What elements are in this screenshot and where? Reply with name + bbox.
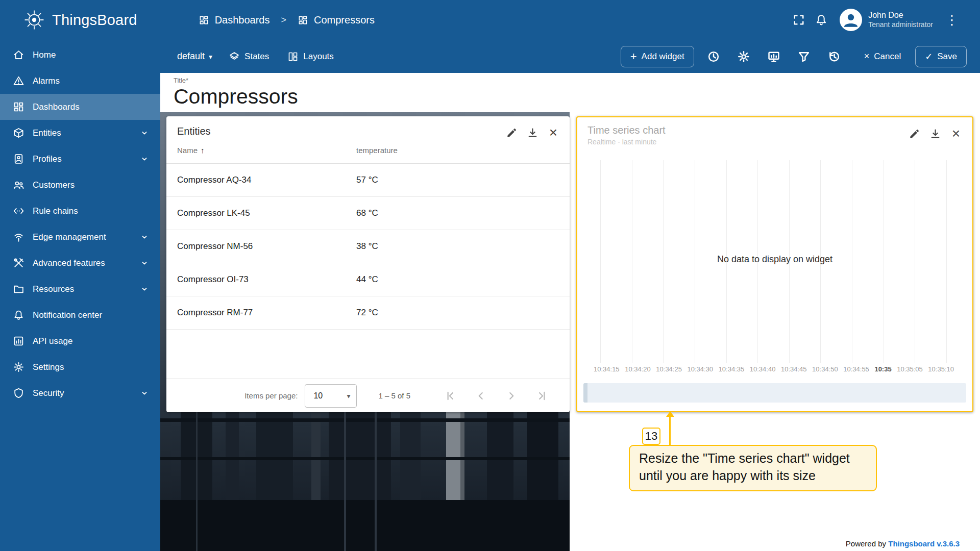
- dashboard-settings-button[interactable]: [733, 46, 754, 67]
- badge-icon: [12, 153, 24, 165]
- sidebar-item-alarms[interactable]: Alarms: [0, 68, 160, 94]
- previous-page-button[interactable]: [472, 387, 490, 405]
- time-window-button[interactable]: [703, 46, 724, 67]
- last-page-icon: [536, 390, 548, 402]
- sidebar: Home Alarms Dashboards Entities Profiles…: [0, 40, 160, 551]
- edit-widget-button[interactable]: [503, 124, 520, 141]
- no-data-message: No data to display on widget: [577, 254, 972, 265]
- sidebar-item-home[interactable]: Home: [0, 42, 160, 68]
- sidebar-item-label: Home: [33, 50, 56, 60]
- last-page-button[interactable]: [533, 387, 551, 405]
- breadcrumb-dashboards[interactable]: Dashboards: [199, 14, 270, 26]
- add-widget-button[interactable]: + Add widget: [621, 46, 694, 67]
- layout-grid-icon: [287, 51, 299, 62]
- first-page-button[interactable]: [441, 387, 459, 405]
- time-series-chart-widget[interactable]: Time series chart Realtime - last minute…: [576, 116, 973, 412]
- top-right-controls: John Doe Tenant administrator ⋮: [788, 9, 980, 31]
- chevron-down-icon: [140, 389, 149, 398]
- table-row[interactable]: Compressor RM-77 72 °C: [166, 296, 570, 330]
- thingsboard-logo[interactable]: ThingsBoard: [0, 8, 137, 32]
- history-icon: [827, 50, 841, 63]
- states-button[interactable]: States: [222, 46, 276, 67]
- remove-widget-button[interactable]: ×: [948, 126, 964, 142]
- sidebar-item-edge-management[interactable]: Edge management: [0, 224, 160, 250]
- download-icon: [929, 128, 941, 140]
- column-header-name[interactable]: Name ↑: [177, 146, 356, 155]
- x-tick: 10:34:25: [656, 365, 682, 373]
- sidebar-item-notification-center[interactable]: Notification center: [0, 302, 160, 328]
- layers-icon: [229, 51, 240, 62]
- version-link[interactable]: Thingsboard v.3.6.3: [888, 539, 960, 548]
- pagination-range: 1 – 5 of 5: [378, 391, 410, 400]
- export-widget-button[interactable]: [524, 124, 541, 141]
- table-row[interactable]: Compressor LK-45 68 °C: [166, 197, 570, 230]
- next-page-button[interactable]: [502, 387, 521, 405]
- sidebar-item-security[interactable]: Security: [0, 380, 160, 406]
- scrollbar-handle[interactable]: [583, 383, 587, 403]
- sidebar-item-label: Notification center: [33, 310, 102, 320]
- notifications-button[interactable]: [810, 9, 832, 31]
- rule-chain-icon: [12, 205, 24, 217]
- cell-temperature: 44 °C: [356, 274, 378, 285]
- dashboard-content: Title* Compressors: [160, 73, 980, 551]
- cell-temperature: 57 °C: [356, 175, 378, 185]
- sidebar-item-entities[interactable]: Entities: [0, 120, 160, 146]
- sidebar-item-settings[interactable]: Settings: [0, 354, 160, 380]
- person-icon: [841, 10, 861, 30]
- cell-name: Compressor OI-73: [177, 274, 356, 285]
- dashboard-icon: [199, 15, 209, 26]
- sidebar-item-label: Security: [33, 388, 64, 398]
- sidebar-item-rule-chains[interactable]: Rule chains: [0, 198, 160, 224]
- entity-aliases-button[interactable]: [763, 46, 785, 67]
- table-row[interactable]: Compressor AQ-34 57 °C: [166, 164, 570, 197]
- x-tick: 10:35:05: [897, 365, 923, 373]
- fullscreen-button[interactable]: [788, 9, 810, 31]
- top-bar: ThingsBoard Dashboards > Compressors: [0, 0, 980, 40]
- cancel-button[interactable]: × Cancel: [857, 46, 908, 67]
- add-widget-label: Add widget: [642, 52, 684, 62]
- sidebar-item-label: Customers: [33, 180, 75, 190]
- table-row[interactable]: Compressor OI-73 44 °C: [166, 263, 570, 296]
- layouts-button[interactable]: Layouts: [280, 46, 341, 67]
- shield-icon: [12, 387, 24, 399]
- breadcrumb-compressors[interactable]: Compressors: [298, 14, 375, 26]
- table-row[interactable]: Compressor NM-56 38 °C: [166, 230, 570, 263]
- time-axis-scrollbar[interactable]: [583, 383, 966, 403]
- antenna-icon: [12, 231, 24, 243]
- gear-logo-icon: [22, 8, 46, 32]
- edit-widget-button[interactable]: [906, 126, 922, 142]
- filters-button[interactable]: [793, 46, 815, 67]
- warning-icon: [12, 75, 24, 87]
- chevron-down-icon: [140, 259, 149, 268]
- sort-asc-icon: ↑: [201, 146, 205, 155]
- user-info: John Doe Tenant administrator: [868, 10, 933, 30]
- version-history-button[interactable]: [823, 46, 845, 67]
- save-button[interactable]: ✓ Save: [915, 46, 967, 67]
- dashboard-toolbar: default ▾ States Layouts + Add widget: [160, 40, 980, 73]
- export-widget-button[interactable]: [927, 126, 943, 142]
- breadcrumb: Dashboards > Compressors: [199, 14, 375, 26]
- chart-icon: [12, 335, 24, 347]
- sidebar-item-customers[interactable]: Customers: [0, 172, 160, 198]
- bell-icon: [815, 13, 828, 27]
- people-icon: [12, 179, 24, 191]
- sidebar-item-api-usage[interactable]: API usage: [0, 328, 160, 354]
- x-tick: 10:34:30: [687, 365, 713, 373]
- items-per-page-select[interactable]: 10 ▾: [305, 384, 357, 408]
- sidebar-item-profiles[interactable]: Profiles: [0, 146, 160, 172]
- state-selector[interactable]: default ▾: [172, 47, 217, 66]
- sidebar-item-dashboards[interactable]: Dashboards: [0, 94, 160, 120]
- sidebar-item-resources[interactable]: Resources: [0, 276, 160, 302]
- dashboard-title-input[interactable]: Compressors: [174, 85, 980, 109]
- sidebar-item-advanced-features[interactable]: Advanced features: [0, 250, 160, 276]
- remove-widget-button[interactable]: ×: [545, 124, 561, 141]
- gear-icon: [12, 361, 24, 373]
- clock-icon: [707, 50, 720, 63]
- dashboard-icon: [298, 15, 308, 26]
- user-avatar[interactable]: [840, 9, 862, 31]
- cell-temperature: 72 °C: [356, 308, 378, 318]
- kebab-menu-icon[interactable]: ⋮: [944, 12, 960, 28]
- breadcrumb-label: Dashboards: [215, 14, 270, 26]
- download-icon: [527, 127, 538, 139]
- entities-widget: Entities × Name: [166, 116, 570, 412]
